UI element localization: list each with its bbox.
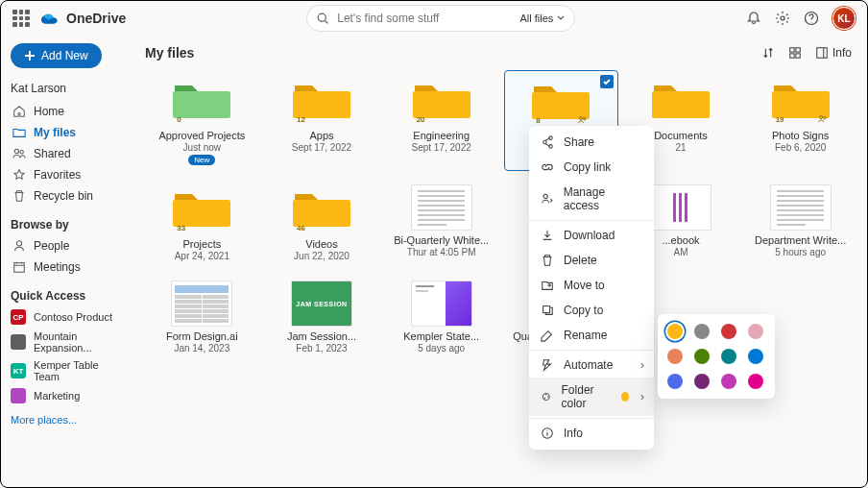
app-name: OneDrive bbox=[66, 11, 126, 26]
color-swatch[interactable] bbox=[721, 324, 736, 339]
browse-by-label: Browse by bbox=[11, 218, 126, 232]
file-name: Photo Signs bbox=[772, 130, 829, 141]
color-swatch[interactable] bbox=[721, 374, 736, 389]
help-icon[interactable] bbox=[804, 11, 819, 26]
grid-view-icon[interactable] bbox=[788, 46, 802, 60]
add-new-button[interactable]: Add New bbox=[11, 43, 102, 68]
nav-shared[interactable]: Shared bbox=[11, 143, 126, 164]
file-meta: Sept 17, 2022 bbox=[412, 142, 471, 153]
color-swatch[interactable] bbox=[694, 374, 710, 389]
svg-rect-7 bbox=[14, 263, 25, 273]
person-icon bbox=[12, 239, 26, 253]
color-swatch[interactable] bbox=[748, 374, 763, 389]
quick-access-item[interactable]: Marketing bbox=[11, 385, 126, 406]
svg-point-25 bbox=[547, 396, 548, 397]
svg-point-4 bbox=[14, 149, 18, 153]
onedrive-cloud-icon bbox=[41, 12, 60, 25]
people-icon bbox=[541, 192, 554, 206]
app-launcher-icon[interactable] bbox=[12, 10, 30, 27]
color-swatch[interactable] bbox=[748, 349, 763, 364]
color-swatch[interactable] bbox=[667, 324, 683, 339]
file-thumbnail bbox=[650, 184, 711, 231]
calendar-icon bbox=[12, 260, 26, 274]
nav-home[interactable]: Home bbox=[11, 101, 126, 122]
info-panel-toggle[interactable]: Info bbox=[815, 46, 852, 60]
header: OneDrive All files KL bbox=[1, 1, 867, 36]
people-icon bbox=[12, 147, 26, 160]
file-name: Department Write... bbox=[755, 234, 846, 246]
ctx-move-to[interactable]: Move to bbox=[529, 273, 654, 298]
ctx-manage-access[interactable]: Manage access bbox=[529, 180, 654, 218]
context-menu: Share Copy link Manage access Download D… bbox=[529, 126, 654, 450]
color-icon bbox=[541, 390, 552, 403]
info-panel-icon bbox=[815, 46, 829, 60]
file-item[interactable]: Bi-Quarterly White...Thur at 4:05 PM bbox=[384, 179, 498, 267]
folder-item[interactable]: 33 ProjectsApr 24, 2021 bbox=[145, 179, 259, 267]
search-box[interactable]: All files bbox=[306, 5, 575, 32]
more-places-link[interactable]: More places... bbox=[11, 414, 126, 426]
notifications-icon[interactable] bbox=[746, 11, 761, 26]
quick-access-item[interactable]: Mountain Expansion... bbox=[11, 328, 126, 356]
color-swatch[interactable] bbox=[748, 324, 763, 339]
file-meta: AM bbox=[673, 247, 687, 257]
folder-color-picker bbox=[658, 314, 775, 399]
file-item[interactable]: Form Design.aiJan 14, 2023 bbox=[145, 275, 259, 359]
search-filter-dropdown[interactable]: All files bbox=[519, 12, 565, 24]
nav-meetings[interactable]: Meetings bbox=[11, 256, 126, 278]
file-meta: 21 bbox=[675, 142, 686, 153]
logo[interactable]: OneDrive bbox=[41, 11, 126, 26]
svg-point-16 bbox=[819, 116, 822, 119]
file-item[interactable]: Department Write...5 hours ago bbox=[743, 179, 857, 267]
ctx-copy-link[interactable]: Copy link bbox=[529, 155, 654, 180]
folder-item[interactable]: 19 Photo SignsFeb 6, 2020 bbox=[743, 70, 857, 171]
svg-point-19 bbox=[543, 140, 547, 144]
avatar[interactable]: KL bbox=[832, 7, 856, 30]
svg-line-1 bbox=[326, 20, 328, 23]
settings-icon[interactable] bbox=[775, 11, 790, 26]
copy-icon bbox=[541, 304, 554, 317]
nav-favorites[interactable]: Favorites bbox=[11, 164, 126, 185]
ctx-info[interactable]: Info bbox=[529, 421, 654, 446]
trash-icon bbox=[541, 254, 554, 267]
username: Kat Larson bbox=[11, 82, 126, 95]
svg-point-0 bbox=[318, 13, 326, 21]
color-swatch[interactable] bbox=[694, 324, 710, 339]
quick-access-item[interactable]: CPContoso Product bbox=[11, 306, 126, 328]
folder-item[interactable]: 0 Approved ProjectsJust nowNew bbox=[145, 70, 259, 171]
svg-rect-22 bbox=[543, 306, 550, 313]
view-controls: Info bbox=[761, 46, 852, 60]
file-meta: Feb 1, 2023 bbox=[296, 343, 347, 354]
svg-point-24 bbox=[545, 394, 546, 395]
page-title: My files bbox=[145, 45, 194, 61]
color-swatch[interactable] bbox=[667, 349, 683, 364]
file-item[interactable]: Kempler State...5 days ago bbox=[384, 275, 498, 359]
color-swatch[interactable] bbox=[667, 374, 683, 389]
share-icon bbox=[541, 135, 554, 149]
ctx-share[interactable]: Share bbox=[529, 130, 654, 155]
ctx-download[interactable]: Download bbox=[529, 223, 654, 248]
color-swatch[interactable] bbox=[694, 349, 710, 364]
nav-my-files[interactable]: My files bbox=[11, 122, 126, 143]
nav-people[interactable]: People bbox=[11, 235, 126, 256]
folder-item[interactable]: 12 AppsSept 17, 2022 bbox=[265, 70, 379, 171]
folder-item[interactable]: 20 EngineeringSept 17, 2022 bbox=[384, 70, 498, 171]
color-swatch[interactable] bbox=[721, 349, 736, 364]
file-name: Documents bbox=[654, 130, 708, 141]
folder-item[interactable]: 46 VideosJun 22, 2020 bbox=[265, 179, 379, 267]
nav-recycle[interactable]: Recycle bin bbox=[11, 185, 126, 207]
file-name: Jam Session... bbox=[287, 330, 356, 342]
file-item[interactable]: JAM SESSIONJam Session...Feb 1, 2023 bbox=[265, 275, 379, 359]
ctx-delete[interactable]: Delete bbox=[529, 248, 654, 273]
automate-icon bbox=[541, 358, 554, 372]
sort-icon[interactable] bbox=[761, 46, 775, 60]
quick-access-item[interactable]: KTKemper Table Team bbox=[11, 356, 126, 385]
ctx-folder-color[interactable]: Folder color bbox=[529, 378, 654, 416]
ctx-copy-to[interactable]: Copy to bbox=[529, 298, 654, 323]
file-meta: Jun 22, 2020 bbox=[294, 251, 350, 261]
file-meta: Sept 17, 2022 bbox=[292, 142, 351, 153]
header-actions: KL bbox=[746, 7, 856, 30]
search-input[interactable] bbox=[337, 12, 512, 25]
main-content: My files Info 0 Approved ProjectsJust no… bbox=[145, 45, 857, 359]
ctx-automate[interactable]: Automate bbox=[529, 353, 654, 378]
ctx-rename[interactable]: Rename bbox=[529, 323, 654, 348]
